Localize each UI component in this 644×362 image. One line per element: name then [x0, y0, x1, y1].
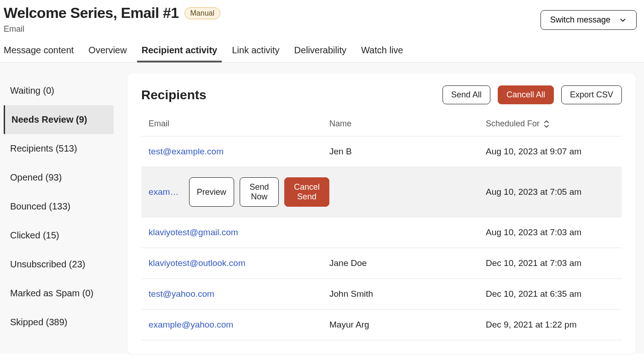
sidebar-item-bounced[interactable]: Bounced (133): [4, 192, 127, 221]
tab-watch-live[interactable]: Watch live: [361, 45, 403, 62]
sidebar-item-opened[interactable]: Opened (93): [4, 163, 127, 192]
recipient-scheduled: Aug 10, 2023 at 9:07 am: [486, 147, 615, 157]
table-header: Email Name Scheduled For: [141, 119, 622, 136]
tab-overview[interactable]: Overview: [88, 45, 126, 62]
col-scheduled-label: Scheduled For: [486, 119, 540, 129]
table-row[interactable]: example…PreviewSend NowCancel SendAug 10…: [141, 167, 622, 217]
col-name: Name: [329, 119, 486, 129]
recipient-name: Jane Doe: [329, 258, 486, 268]
table-row[interactable]: test@yahoo.comJohn SmithDec 10, 2021 at …: [141, 279, 622, 310]
send-all-button[interactable]: Send All: [443, 85, 490, 104]
export-csv-button[interactable]: Export CSV: [561, 85, 622, 104]
recipient-email-link[interactable]: klaviyotest@outlook.com: [149, 258, 245, 268]
sort-icon: [543, 120, 550, 128]
col-scheduled[interactable]: Scheduled For: [486, 119, 615, 129]
recipient-name: Mayur Arg: [329, 320, 486, 330]
tab-deliverability[interactable]: Deliverability: [294, 45, 346, 62]
switch-message-label: Switch message: [550, 15, 610, 25]
sidebar-item-clicked[interactable]: Clicked (15): [4, 221, 127, 250]
sidebar-item-marked-as-spam[interactable]: Marked as Spam (0): [4, 279, 127, 308]
switch-message-button[interactable]: Switch message: [540, 10, 637, 30]
recipient-scheduled: Aug 10, 2023 at 7:05 am: [486, 187, 615, 197]
table-row[interactable]: example@yahoo.comMayur ArgDec 9, 2021 at…: [141, 310, 622, 340]
sidebar: Waiting (0)Needs Review (9)Recipients (5…: [0, 62, 127, 354]
sidebar-item-needs-review[interactable]: Needs Review (9): [4, 105, 114, 134]
recipient-scheduled: Dec 10, 2021 at 7:03 am: [486, 258, 615, 268]
recipient-email-link[interactable]: example@yahoo.com: [149, 320, 233, 330]
preview-button[interactable]: Preview: [189, 177, 234, 207]
page-title: Welcome Series, Email #1: [4, 5, 179, 22]
status-badge: Manual: [184, 7, 220, 19]
sidebar-item-skipped[interactable]: Skipped (389): [4, 308, 127, 337]
recipient-email-link[interactable]: test@yahoo.com: [149, 289, 214, 299]
tab-link-activity[interactable]: Link activity: [232, 45, 279, 62]
sidebar-item-waiting[interactable]: Waiting (0): [4, 76, 127, 105]
recipients-panel: Recipients Send All Cancell All Export C…: [127, 74, 636, 354]
table-row[interactable]: test@example.comJen BAug 10, 2023 at 9:0…: [141, 136, 622, 167]
channel-subtitle: Email: [4, 24, 220, 34]
recipient-scheduled: Dec 9, 2021 at 1:22 pm: [486, 320, 615, 330]
tab-message-content[interactable]: Message content: [4, 45, 74, 62]
sidebar-item-unsubscribed[interactable]: Unsubscribed (23): [4, 250, 127, 279]
recipient-email-link[interactable]: example…: [149, 187, 183, 197]
send-now-button[interactable]: Send Now: [240, 177, 279, 207]
recipient-scheduled: Aug 10, 2023 at 7:03 am: [486, 227, 615, 238]
recipient-name: John Smith: [329, 289, 486, 299]
cancel-send-button[interactable]: Cancel Send: [284, 177, 329, 207]
table-row[interactable]: klaviyotest@gmail.comAug 10, 2023 at 7:0…: [141, 217, 622, 248]
col-email: Email: [149, 119, 329, 129]
table-row[interactable]: klaviyotest@outlook.comJane DoeDec 10, 2…: [141, 248, 622, 279]
chevron-down-icon: [619, 16, 627, 24]
recipient-email-link[interactable]: test@example.com: [149, 147, 224, 157]
cancel-all-button[interactable]: Cancell All: [498, 85, 554, 104]
tabs: Message contentOverviewRecipient activit…: [0, 34, 644, 62]
recipient-email-link[interactable]: klaviyotest@gmail.com: [149, 227, 238, 238]
panel-title: Recipients: [141, 88, 207, 102]
recipient-scheduled: Dec 10, 2021 at 6:35 am: [486, 289, 615, 299]
recipient-name: Jen B: [329, 147, 486, 157]
sidebar-item-recipients[interactable]: Recipients (513): [4, 134, 127, 163]
tab-recipient-activity[interactable]: Recipient activity: [142, 45, 218, 62]
